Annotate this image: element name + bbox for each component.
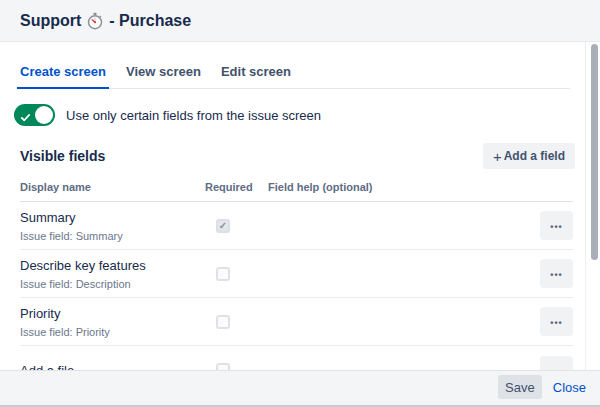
more-options-button[interactable] [540,307,573,336]
more-options-button[interactable] [540,356,573,371]
field-name: Describe key features [20,258,205,273]
dialog-title: Support - Purchase [20,12,191,30]
column-actions [528,181,573,193]
field-issue-field: Issue field: Description [20,278,205,290]
certain-fields-toggle-row: Use only certain fields from the issue s… [14,104,585,126]
field-issue-field: Issue field: Summary [20,230,205,242]
dialog-title-suffix: - Purchase [109,12,191,30]
field-row-describe-key-features: Describe key features Issue field: Descr… [20,250,573,298]
save-button[interactable]: Save [498,375,542,399]
screen-fields-dialog: Support - Purchase Create screen View sc… [0,0,600,407]
field-name: Summary [20,210,205,225]
tab-edit-screen[interactable]: Edit screen [218,63,294,89]
field-name: Add a file [20,363,205,371]
ellipsis-icon [550,266,562,281]
field-row-summary: Summary Issue field: Summary [20,202,573,250]
field-name: Priority [20,306,205,321]
close-button[interactable]: Close [553,380,586,395]
column-display-name: Display name [20,181,205,193]
visible-fields-heading: Visible fields [20,148,105,164]
ellipsis-icon [550,363,562,371]
dialog-header: Support - Purchase [0,0,600,42]
stopwatch-icon [86,12,104,30]
scrollbar-track [585,42,600,370]
more-options-button[interactable] [540,211,573,240]
column-field-help: Field help (optional) [268,181,528,193]
required-checkbox[interactable] [216,267,230,281]
add-field-label: Add a field [504,149,565,163]
toggle-label: Use only certain fields from the issue s… [66,108,321,123]
required-checkbox [216,219,230,233]
scrollbar-thumb[interactable] [591,44,598,260]
tab-create-screen[interactable]: Create screen [17,63,109,89]
screen-tabs: Create screen View screen Edit screen [17,63,570,89]
dialog-title-prefix: Support [20,12,81,30]
field-row-add-a-file: Add a file [20,346,573,370]
check-icon [20,109,31,127]
column-required: Required [205,181,268,193]
required-checkbox[interactable] [216,363,230,370]
required-checkbox[interactable] [216,315,230,329]
dialog-footer: Save Close [0,370,600,407]
fields-table-header: Display name Required Field help (option… [20,181,573,202]
tab-view-screen[interactable]: View screen [123,63,204,89]
more-options-button[interactable] [540,259,573,288]
field-row-priority: Priority Issue field: Priority [20,298,573,346]
ellipsis-icon [550,314,562,329]
toggle-knob [35,106,53,124]
add-field-button[interactable]: + Add a field [483,143,575,169]
certain-fields-toggle[interactable] [14,104,55,126]
plus-icon: + [493,149,502,164]
field-issue-field: Issue field: Priority [20,326,205,338]
dialog-body: Create screen View screen Edit screen Us… [0,42,585,370]
visible-fields-header: Visible fields + Add a field [20,143,575,169]
ellipsis-icon [550,218,562,233]
